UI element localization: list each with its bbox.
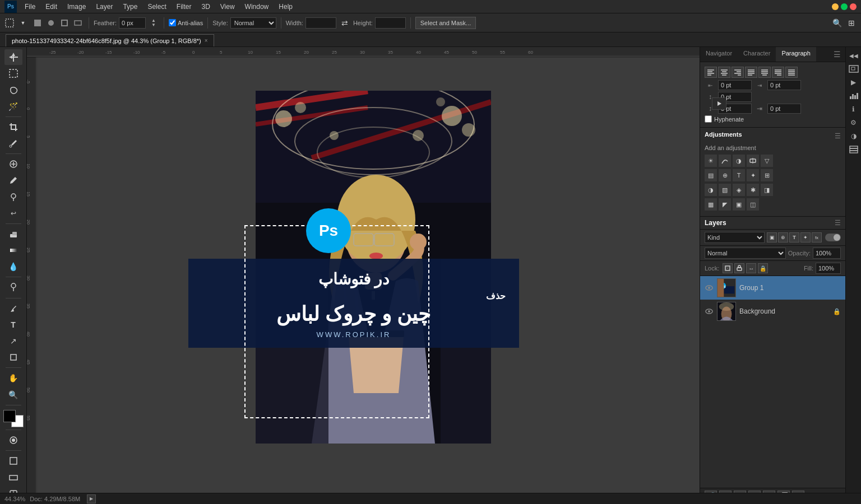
blend-mode-select[interactable]: Normal Dissolve Multiply Screen Overlay xyxy=(705,248,786,259)
heal-tool[interactable] xyxy=(4,156,22,172)
adj-shadow-btn[interactable]: ◤ xyxy=(719,198,731,211)
align-left-btn[interactable] xyxy=(705,67,717,78)
lock-all-btn[interactable]: 🔒 xyxy=(758,263,768,273)
justify-left-btn[interactable] xyxy=(745,67,757,78)
ri-collapse-btn[interactable]: ◀◀ xyxy=(848,49,860,62)
tab-navigator[interactable]: Navigator xyxy=(700,47,738,62)
history-brush-tool[interactable]: ↩ xyxy=(4,206,22,221)
shape-rect-btn[interactable] xyxy=(31,17,44,29)
anti-alias-checkbox[interactable]: Anti-alias xyxy=(169,19,203,26)
close-btn[interactable] xyxy=(850,3,857,10)
ri-adjustments-btn[interactable]: ◑ xyxy=(848,130,860,142)
adj-vibrance-btn[interactable]: ⊕ xyxy=(719,169,731,181)
adj-brightness-btn[interactable]: ☀ xyxy=(705,155,717,167)
adj-hsl-btn[interactable]: T xyxy=(733,169,745,181)
shape-tool[interactable] xyxy=(4,349,22,365)
fill-input[interactable] xyxy=(816,263,841,274)
anti-alias-input[interactable] xyxy=(169,19,176,26)
menu-type[interactable]: Type xyxy=(118,2,142,12)
blur-tool[interactable]: 💧 xyxy=(4,259,22,274)
minimize-btn[interactable] xyxy=(832,3,839,10)
tab-close-btn[interactable]: × xyxy=(205,38,208,44)
layers-menu[interactable]: ☰ xyxy=(835,219,841,227)
menu-select[interactable]: Select xyxy=(143,2,170,12)
adj-channel-btn[interactable]: ▧ xyxy=(719,184,731,196)
feather-input[interactable] xyxy=(119,17,146,29)
lock-position-btn[interactable]: ↔ xyxy=(746,263,756,273)
adj-colorbalance-btn[interactable]: ✦ xyxy=(747,169,759,181)
menu-image[interactable]: Image xyxy=(63,2,90,12)
justify-all-btn[interactable] xyxy=(785,67,798,78)
layer-background[interactable]: Background 🔒 xyxy=(700,300,845,323)
adj-exposure-btn[interactable]: ▣ xyxy=(733,198,745,211)
menu-help[interactable]: Help xyxy=(274,2,297,12)
lasso-tool[interactable] xyxy=(4,82,22,97)
path-selection-tool[interactable]: ↗ xyxy=(4,333,22,349)
adj-pattern-btn[interactable]: ▤ xyxy=(705,169,717,181)
document-tab[interactable]: photo-1513374933342-24bf646c8f5f.jpg @ 4… xyxy=(6,34,214,46)
maximize-btn[interactable] xyxy=(841,3,848,10)
quick-mask-btn[interactable] xyxy=(4,432,22,448)
foreground-color[interactable] xyxy=(3,410,16,422)
dodge-tool[interactable] xyxy=(4,279,22,295)
adj-selective-btn[interactable]: ▦ xyxy=(705,198,717,211)
hyphenate-checkbox[interactable] xyxy=(705,115,712,123)
align-right-btn[interactable] xyxy=(732,67,744,78)
ri-layers-btn[interactable] xyxy=(848,143,860,156)
clone-stamp-tool[interactable] xyxy=(4,189,22,205)
shape-circle-btn[interactable] xyxy=(45,17,57,29)
feather-arrows[interactable]: ▲ ▼ xyxy=(148,17,159,29)
shape-btn3[interactable] xyxy=(58,17,71,29)
opacity-input[interactable] xyxy=(813,248,841,259)
adj-curves-btn[interactable] xyxy=(719,155,731,167)
marquee-arrow-btn[interactable]: ▼ xyxy=(17,17,29,29)
filter-fx-btn[interactable]: fx xyxy=(812,232,822,242)
crop-tool[interactable] xyxy=(4,119,22,135)
eraser-tool[interactable] xyxy=(4,226,22,242)
expand-info-btn[interactable]: ▶ xyxy=(87,494,96,503)
magic-wand-tool[interactable]: 🪄 xyxy=(4,99,22,114)
workspace-btn[interactable]: ⊞ xyxy=(845,17,858,29)
align-center-btn[interactable] xyxy=(718,67,730,78)
indent-left-input[interactable] xyxy=(718,80,752,90)
adj-hue-btn[interactable] xyxy=(747,155,759,167)
adj-lookup-btn[interactable]: ◫ xyxy=(747,198,759,211)
menu-edit[interactable]: Edit xyxy=(41,2,62,12)
menu-file[interactable]: File xyxy=(20,2,40,12)
layer-eye-group1[interactable] xyxy=(705,283,714,292)
play-btn[interactable] xyxy=(712,97,726,110)
ri-play-btn[interactable]: ▶ xyxy=(848,76,860,88)
brush-tool[interactable] xyxy=(4,172,22,188)
ri-histogram-btn[interactable] xyxy=(848,90,860,102)
tab-paragraph[interactable]: Paragraph xyxy=(776,47,816,62)
layer-group1[interactable]: Ps Group 1 xyxy=(700,276,845,300)
hand-tool[interactable]: ✋ xyxy=(4,370,22,386)
zoom-tool[interactable]: 🔍 xyxy=(4,386,22,402)
menu-layer[interactable]: Layer xyxy=(91,2,117,12)
layers-kind-select[interactable]: Kind Name Effect Mode Attribute Color xyxy=(705,232,765,243)
color-swatches[interactable] xyxy=(3,410,24,428)
gradient-tool[interactable] xyxy=(4,242,22,258)
adj-levels-btn[interactable]: ◑ xyxy=(733,155,745,167)
menu-view[interactable]: View xyxy=(216,2,239,12)
width-input[interactable] xyxy=(305,17,336,29)
move-tool[interactable] xyxy=(4,49,22,65)
pen-tool[interactable] xyxy=(4,300,22,316)
adj-threshold-btn[interactable]: ◨ xyxy=(761,184,773,196)
indent-first-input[interactable] xyxy=(767,104,801,114)
swap-dimensions-btn[interactable]: ⇄ xyxy=(339,17,351,29)
search-btn[interactable]: 🔍 xyxy=(831,17,843,29)
ri-info-btn[interactable]: ℹ xyxy=(848,103,860,115)
menu-window[interactable]: Window xyxy=(240,2,274,12)
screen-mode2-btn[interactable] xyxy=(4,469,22,485)
justify-center-btn[interactable] xyxy=(758,67,771,78)
adj-invert-btn[interactable]: ◈ xyxy=(733,184,745,196)
type-tool[interactable]: T xyxy=(4,317,22,333)
select-mask-btn[interactable]: Select and Mask... xyxy=(415,17,476,29)
filter-pixel-btn[interactable]: ▣ xyxy=(767,232,777,242)
ri-settings-btn[interactable]: ⚙ xyxy=(848,116,860,129)
marquee-rect-btn[interactable] xyxy=(3,17,16,29)
shape-btn4[interactable] xyxy=(72,17,84,29)
layer-eye-bg[interactable] xyxy=(705,307,714,316)
adj-gradient-btn[interactable]: ▽ xyxy=(761,155,773,167)
